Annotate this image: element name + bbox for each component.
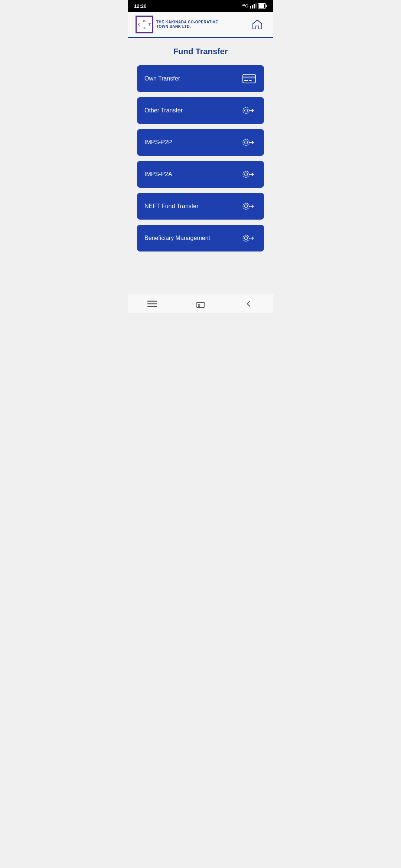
svg-rect-7 (243, 75, 255, 83)
back-icon (245, 300, 253, 308)
hamburger-icon (147, 300, 157, 308)
svg-rect-5 (266, 5, 267, 7)
svg-point-21 (245, 205, 248, 208)
own-transfer-button[interactable]: Own Transfer (137, 65, 264, 92)
other-transfer-button[interactable]: Other Transfer (137, 97, 264, 124)
svg-point-24 (245, 237, 248, 240)
imps-p2a-label: IMPS-P2A (144, 171, 172, 178)
battery-icon (258, 3, 267, 9)
svg-rect-2 (254, 4, 255, 9)
signal-icon (250, 3, 257, 9)
own-transfer-label: Own Transfer (144, 75, 180, 82)
svg-point-17 (243, 171, 249, 178)
status-time: 12:26 (134, 3, 146, 9)
beneficiary-label: Beneficiary Management (144, 235, 210, 241)
bank-logo: K C T B (136, 16, 153, 33)
header: K C T B THE KAKINADA CO-OPERATIVE TOWN B… (128, 12, 273, 38)
imps-p2p-button[interactable]: IMPS-P2P (137, 129, 264, 156)
transfer-icon-beneficiary (242, 232, 257, 244)
bottom-home-button[interactable] (193, 298, 208, 310)
svg-point-11 (243, 108, 249, 114)
transfer-icon-p2p (242, 137, 257, 148)
imps-p2a-button[interactable]: IMPS-P2A (137, 161, 264, 188)
svg-point-14 (243, 139, 249, 146)
neft-label: NEFT Fund Transfer (144, 203, 199, 210)
status-bar: 12:26 ⁴⁴G (128, 0, 273, 12)
svg-point-18 (245, 173, 248, 176)
svg-point-20 (243, 203, 249, 210)
svg-rect-9 (244, 80, 248, 81)
home-button[interactable] (249, 16, 265, 33)
svg-rect-6 (259, 4, 264, 8)
svg-point-23 (243, 235, 249, 241)
logo-container: K C T B THE KAKINADA CO-OPERATIVE TOWN B… (136, 16, 223, 33)
bottom-nav (128, 294, 273, 313)
svg-rect-30 (198, 305, 200, 307)
beneficiary-management-button[interactable]: Beneficiary Management (137, 225, 264, 251)
transfer-icon-p2a (242, 168, 257, 180)
bank-name: THE KAKINADA CO-OPERATIVE TOWN BANK LTD. (156, 20, 223, 29)
bottom-home-icon (196, 299, 205, 308)
page-title: Fund Transfer (137, 47, 264, 56)
main-content: Fund Transfer Own Transfer Other Transfe… (128, 38, 273, 264)
svg-rect-10 (249, 80, 252, 81)
home-icon (251, 18, 264, 31)
transfer-icon-other (242, 105, 257, 116)
transfer-icon-neft (242, 200, 257, 212)
status-icons: ⁴⁴G (242, 3, 267, 9)
svg-rect-0 (250, 6, 251, 9)
svg-rect-8 (243, 76, 255, 78)
svg-point-15 (245, 141, 248, 144)
bottom-menu-button[interactable] (145, 298, 160, 310)
card-icon (242, 73, 257, 85)
other-transfer-label: Other Transfer (144, 107, 183, 114)
neft-transfer-button[interactable]: NEFT Fund Transfer (137, 193, 264, 220)
bottom-back-button[interactable] (241, 298, 256, 310)
svg-rect-1 (252, 5, 253, 9)
svg-rect-29 (197, 302, 204, 308)
svg-point-12 (245, 109, 248, 112)
svg-rect-3 (255, 3, 257, 9)
network-icon: ⁴⁴G (242, 4, 248, 9)
imps-p2p-label: IMPS-P2P (144, 139, 172, 146)
